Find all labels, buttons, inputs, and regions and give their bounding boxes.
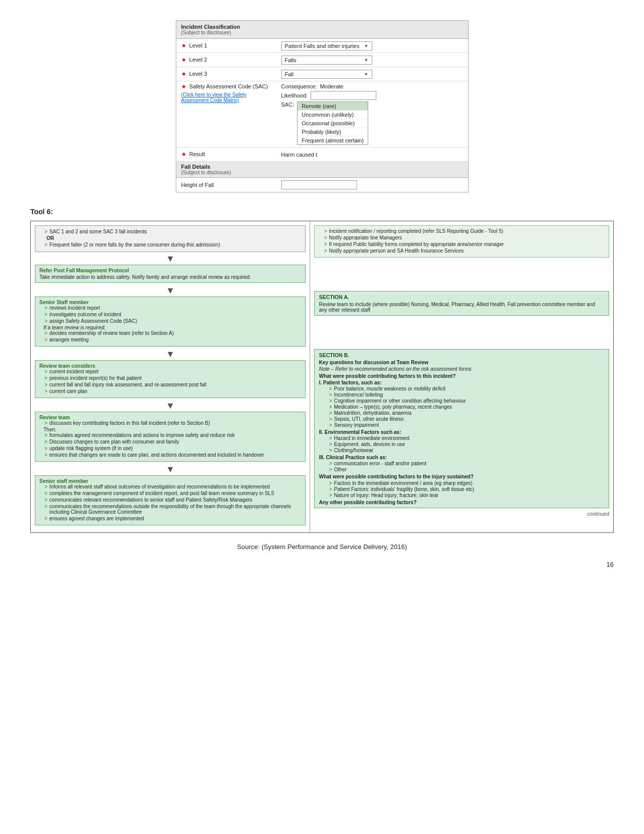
form-title: Incident Classification [181, 24, 463, 30]
env-factors-title: II. Environmental Factors such as: [319, 429, 605, 435]
senior-staff-item-5: arranges meeting [44, 337, 301, 342]
ef-1: Hazard in immediate environment [329, 435, 605, 441]
form-header: Incident Classification (Subject to disc… [176, 21, 468, 39]
level3-dropdown[interactable]: Fall ▼ [281, 70, 372, 79]
section-a-title: SECTION A. [319, 294, 605, 300]
pf-2: Incontinence/ toileting [329, 392, 605, 398]
rtc-item-3: current fall and fall injury risk assess… [44, 382, 301, 387]
rt-item-1: discusses key contributing factors in th… [44, 420, 301, 426]
sac-field-label: SAC: [281, 102, 294, 108]
ss2-item-4: communicates the recommendations outside… [44, 504, 301, 515]
clinical-title: III. Clinical Practice such as: [319, 455, 605, 460]
ss2-item-1: Informs all relevant staff about outcome… [44, 484, 301, 489]
height-label: Height of Fall [176, 180, 277, 190]
fall-details-header: Fall Details (Subject to disclosure) [176, 162, 468, 178]
senior-staff-title2: Senior staff member [39, 478, 301, 484]
section-a-box: SECTION A. Review team to include (where… [314, 291, 609, 316]
rt-then-3: update risk flagging system (if in use) [44, 446, 301, 451]
level1-row: ★ Level 1 Patient Falls and other injuri… [176, 39, 468, 53]
sac-conditions-box: SAC 1 and 2 and some SAC 3 fall incident… [35, 225, 306, 252]
result-required-star: ★ [181, 151, 186, 157]
spacer-1 [314, 261, 609, 291]
arrow-down-1: ▼ [35, 254, 306, 263]
sac-matrix-link[interactable]: (Click here to view the Safety Assessmen… [181, 92, 247, 103]
if-1: Factors in the immediate environment / a… [329, 480, 605, 486]
height-value [277, 178, 468, 191]
level3-required-star: ★ [181, 71, 186, 77]
pf-3: Cognitive impairment or other condition … [329, 398, 605, 404]
level1-dropdown[interactable]: Patient Falls and other injuries ▼ [281, 41, 372, 51]
level3-dropdown-arrow: ▼ [364, 72, 369, 77]
rtc-item-1: current incident report [44, 369, 301, 374]
cp-1: communication error - staff and/or patie… [329, 461, 605, 466]
sac-option-frequent[interactable]: Frequent (almost certain) [298, 136, 368, 144]
likelihood-row: Likelihood: [281, 91, 377, 100]
result-label: ★ Result [176, 149, 277, 160]
sac-option-uncommon[interactable]: Uncommon (unlikely) [298, 111, 368, 119]
left-column: SAC 1 and 2 and some SAC 3 fall incident… [31, 221, 310, 532]
notice-2: Notify appropriate line Managers [324, 235, 605, 240]
form-subtitle: (Subject to disclosure) [181, 30, 463, 35]
senior-staff-item-4: decides membership of review team (refer… [44, 330, 301, 336]
sac-condition-1: SAC 1 and 2 and some SAC 3 fall incident… [44, 229, 301, 234]
notice-3: If required Public liability forms compl… [324, 241, 605, 247]
level2-value: Falls ▼ [277, 54, 468, 67]
section-b-box: SECTION B. Key questions for discussion … [314, 349, 609, 508]
sac-required-star: ★ [181, 83, 186, 89]
arrow-down-5: ▼ [35, 465, 306, 474]
consequence-value: Moderate [320, 83, 343, 89]
likelihood-input[interactable] [311, 91, 376, 100]
sac-row: ★ Safety Assessment Code (SAC) (Click he… [176, 81, 468, 148]
ss2-item-5: ensures agreed changes are implemented [44, 516, 301, 521]
senior-staff-box2: Senior staff member Informs all relevant… [35, 475, 306, 525]
question-1: What were possible contributing factors … [319, 373, 605, 379]
ss2-item-3: communicates relevant recommendations to… [44, 497, 301, 503]
tool6-container: SAC 1 and 2 and some SAC 3 fall incident… [30, 221, 614, 533]
level3-value: Fall ▼ [277, 68, 468, 81]
tool6-heading: Tool 6: [30, 208, 614, 216]
level1-label: ★ Level 1 [176, 40, 277, 51]
rtc-item-4: current care plan [44, 388, 301, 394]
refer-title: Refer Post Fall Management Protocol [39, 268, 301, 273]
level3-row: ★ Level 3 Fall ▼ [176, 67, 468, 81]
senior-staff-title1: Senior Staff member [39, 300, 301, 305]
fall-details-title: Fall Details [181, 164, 231, 170]
review-team-box: Review team discusses key contributing f… [35, 412, 306, 462]
level2-label: ★ Level 2 [176, 55, 277, 65]
fall-details-title-area: Fall Details (Subject to disclosure) [176, 162, 236, 177]
height-of-fall-row: Height of Fall [176, 178, 468, 192]
level3-label: ★ Level 3 [176, 69, 277, 79]
result-row: ★ Result Harm caused t [176, 148, 468, 162]
sac-dropdown-list[interactable]: Remote (rare) Uncommon (unlikely) Occasi… [297, 102, 368, 145]
pf-6: Sepsis, UTI, other acute illness [329, 416, 605, 422]
continued-label: continued [314, 511, 609, 517]
patient-factors-title: I. Patient factors, such as: [319, 380, 605, 385]
fall-details-subtitle: (Subject to disclosure) [181, 170, 231, 175]
level2-dropdown-arrow: ▼ [364, 58, 369, 63]
right-column: Incident notification / reporting comple… [310, 221, 613, 532]
refer-post-fall-box: Refer Post Fall Management Protocol Take… [35, 265, 306, 283]
review-team-title: Review team [39, 415, 301, 420]
sac-option-remote[interactable]: Remote (rare) [298, 102, 368, 111]
ef-3: Clothing/footwear [329, 448, 605, 453]
sac-option-probably[interactable]: Probably (likely) [298, 128, 368, 136]
refer-text: Take immediate action to address safety.… [39, 274, 301, 280]
pf-1: Poor balance, muscle weakness or mobilit… [329, 386, 605, 391]
height-input[interactable] [281, 180, 357, 189]
if-3: Nature of injury: Head injury; fracture;… [329, 493, 605, 498]
likelihood-label: Likelihood: [281, 92, 308, 99]
level2-row: ★ Level 2 Falls ▼ [176, 53, 468, 67]
level2-dropdown[interactable]: Falls ▼ [281, 56, 372, 65]
notice-1: Incident notification / reporting comple… [324, 228, 605, 234]
pf-4: Medication – type(s), poly pharmacy, rec… [329, 404, 605, 410]
review-team-considers-box: Review team considers current incident r… [35, 360, 306, 398]
cp-2: Other [329, 467, 605, 472]
section-b-title: SECTION B. [319, 352, 605, 358]
consequence-row: Consequence: Moderate [281, 83, 343, 89]
sac-option-occasional[interactable]: Occasional (possible) [298, 119, 368, 128]
question-3: Any other possible contributing factors? [319, 500, 605, 505]
section-b-note: Note – Refer to recommended actions on t… [319, 366, 605, 372]
sac-dropdown-row: SAC: Remote (rare) Uncommon (unlikely) O… [281, 102, 369, 145]
rt-then-4: ensures that changes are made to care pl… [44, 452, 301, 458]
section-b-subtitle: Key questions for discussion at Team Rev… [319, 360, 605, 365]
